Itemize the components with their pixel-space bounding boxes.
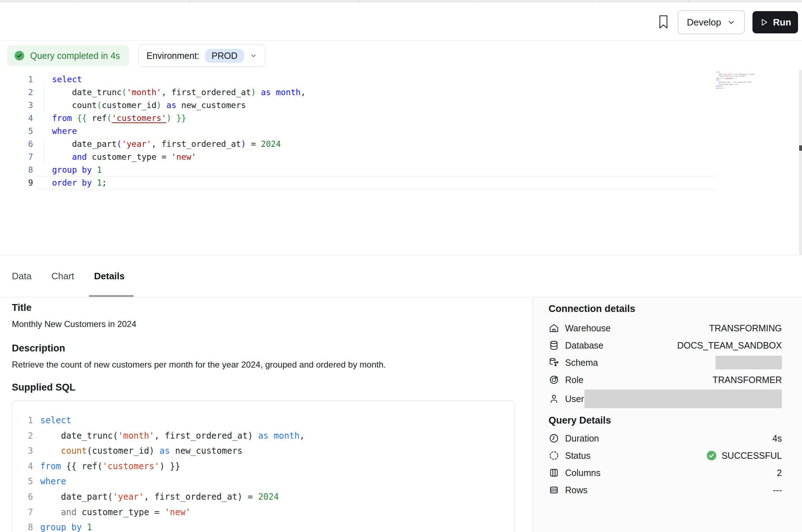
columns-icon: [549, 467, 559, 478]
code-line[interactable]: where: [52, 125, 306, 137]
code-token: month: [276, 88, 300, 97]
status-row: StatusSUCCESSFUL: [549, 447, 782, 464]
line-number: 1: [12, 413, 40, 428]
sql-line: 2 date_trunc('month', first_ordered_at) …: [12, 428, 514, 444]
code-line[interactable]: and customer_type = 'new': [52, 150, 306, 163]
editor-code-lines[interactable]: select date_trunc('month', first_ordered…: [52, 73, 306, 189]
code-token: 2024: [748, 81, 751, 83]
run-button[interactable]: Run: [752, 11, 798, 33]
code-token: 1: [97, 165, 102, 174]
environment-selector[interactable]: Environment: PROD: [138, 45, 265, 67]
code-token: (: [117, 139, 122, 149]
code-token: ) }}: [159, 461, 180, 471]
code-token: as: [159, 446, 170, 456]
row-value: TRANSFORMER: [713, 375, 782, 385]
code-token: 'new': [165, 507, 191, 517]
sql-line: 8group by 1: [12, 520, 514, 532]
check-circle-icon: [14, 50, 25, 61]
line-number: 5: [12, 474, 40, 489]
code-line[interactable]: count(customer_id) as new_customers: [52, 99, 306, 112]
indent-guide: [44, 138, 44, 164]
warehouse-icon: [549, 323, 559, 333]
code-token: ): [167, 113, 172, 123]
code-token: date_trunc(: [40, 431, 118, 441]
code-token: [40, 507, 61, 517]
query-details-heading: Query Details: [549, 415, 782, 426]
code-token: where: [40, 476, 66, 486]
develop-dropdown-button[interactable]: Develop: [678, 10, 745, 34]
code-token: 'new': [735, 83, 738, 85]
status-badge: SUCCESSFUL: [706, 450, 782, 461]
code-token: 'month': [118, 431, 154, 441]
editor-minimap[interactable]: select date_trunc('month', first_ordered…: [716, 71, 756, 96]
code-token: customer_type =: [87, 152, 171, 162]
bookmark-icon: [657, 15, 670, 29]
sql-editor[interactable]: 123456789 select date_trunc('month', fir…: [0, 70, 802, 255]
code-token: , first_ordered_at: [733, 73, 747, 75]
code-token: 2024: [261, 139, 281, 149]
redacted-value: [715, 356, 782, 369]
row-label: Status: [565, 451, 591, 461]
code-token: select: [40, 415, 71, 425]
role-icon: [549, 374, 559, 385]
line-number: 8: [12, 520, 40, 532]
code-token: new_customers: [170, 446, 242, 456]
row-value: TRANSFORMING: [709, 323, 782, 333]
code-token: 'month': [727, 73, 733, 75]
run-label: Run: [773, 17, 791, 28]
code-token: as: [261, 88, 271, 97]
editor-header: Develop Run: [0, 3, 802, 41]
code-line[interactable]: date_trunc('month', first_ordered_at) as…: [52, 86, 306, 99]
editor-scrollbar[interactable]: [799, 70, 802, 257]
columns-row: Columns2: [549, 464, 782, 481]
code-token: [92, 165, 97, 174]
code-token: , first_ordered_at: [731, 81, 745, 83]
row-label: Duration: [565, 433, 599, 444]
code-token: date_part: [52, 139, 117, 149]
row-label: Rows: [565, 485, 588, 495]
line-number: 3: [12, 443, 40, 459]
code-token: [40, 446, 61, 456]
tab-strip-divider: [74, 0, 74, 3]
code-line[interactable]: order by 1;: [716, 87, 756, 89]
code-token: customer_type =: [721, 83, 734, 85]
code-token: order by: [716, 87, 722, 89]
line-number: 8: [0, 163, 33, 176]
code-token: 'customers': [102, 461, 159, 471]
code-line[interactable]: select: [52, 73, 306, 86]
code-token: 'year': [727, 81, 731, 83]
bookmark-button[interactable]: [655, 13, 672, 31]
row-value: SUCCESSFUL: [722, 451, 782, 461]
code-token: count: [52, 101, 97, 110]
code-token: ,: [754, 73, 755, 75]
code-line[interactable]: date_part('year', first_ordered_at) = 20…: [52, 137, 306, 150]
code-token: from: [40, 461, 61, 471]
row-label: Warehouse: [565, 323, 611, 333]
code-token: group by: [40, 522, 82, 532]
line-number: 2: [12, 428, 40, 444]
tab-data[interactable]: Data: [12, 255, 32, 297]
tab-strip-divider: [474, 0, 474, 3]
code-line[interactable]: group by 1: [52, 163, 306, 176]
code-token: [72, 113, 77, 123]
play-icon: [759, 18, 769, 27]
code-token: count: [61, 446, 87, 456]
line-number: 9: [0, 176, 33, 189]
tab-strip-divider: [592, 0, 592, 3]
indent-guide: [44, 86, 44, 112]
tab-strip-divider: [190, 0, 190, 3]
code-token: new_customers: [176, 101, 246, 110]
line-number: 6: [12, 489, 40, 505]
code-token: select: [716, 71, 721, 73]
code-token: group by: [716, 85, 722, 87]
line-number: 2: [0, 86, 33, 99]
chevron-down-icon: [727, 18, 736, 27]
tab-chart[interactable]: Chart: [51, 255, 74, 297]
scrollbar-thumb[interactable]: [799, 145, 802, 151]
database-icon: [549, 340, 559, 351]
top-tab-strip: [0, 0, 802, 3]
tab-details[interactable]: Details: [94, 255, 125, 297]
sql-line: 5where: [12, 474, 514, 489]
code-line[interactable]: order by 1;: [52, 176, 306, 189]
code-line[interactable]: from {{ ref('customers') }}: [52, 112, 306, 125]
